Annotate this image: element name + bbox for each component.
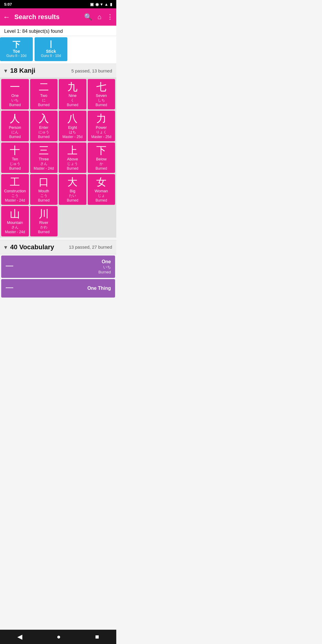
kanji-reading: く (71, 98, 74, 103)
kanji-status: Master - 25d (91, 135, 111, 139)
kanji-char: 人 (10, 113, 20, 124)
back-button[interactable]: ← (3, 13, 10, 21)
kanji-card[interactable]: 女 Woman じょ Burned (88, 174, 115, 205)
kanji-reading: こう (11, 193, 18, 198)
vocab-section-header[interactable]: ▾ 40 Vocabulary 13 passed, 27 burned (0, 240, 116, 254)
kanji-reading: さん (40, 161, 47, 166)
kanji-grid: 一 One いち Burned 二 Two に Burned 九 Nine く … (0, 78, 116, 238)
kanji-card[interactable]: 川 River かわ Burned (30, 206, 58, 236)
menu-icon[interactable]: ⋮ (107, 13, 113, 21)
kanji-reading: じょう (67, 161, 78, 166)
kanji-meaning: Below (96, 157, 106, 161)
level-banner: Level 1: 84 subject(s) found (0, 26, 116, 36)
battery-icon: ▮ (110, 2, 112, 7)
kanji-status: Burned (95, 166, 107, 171)
kanji-card[interactable]: 力 Power りょく Master - 25d (88, 111, 115, 141)
kanji-card[interactable]: 七 Seven しち Burned (88, 79, 115, 109)
kanji-reading: りょく (96, 130, 107, 135)
chips-row: 下 Toe Guru II - 10d 丨 Stick Guru II - 10… (0, 36, 116, 64)
kanji-char: 力 (96, 113, 106, 124)
vocab-item-left: 一 (5, 261, 98, 272)
kanji-meaning: Nine (69, 93, 77, 98)
kanji-card[interactable]: 山 Mountain さん Master - 24d (1, 206, 29, 236)
kanji-card[interactable]: 三 Three さん Master - 24d (30, 143, 58, 173)
sim-icon: ▣ (90, 2, 94, 7)
kanji-meaning: Ten (12, 157, 18, 161)
vocab-meaning: One Thing (87, 286, 111, 291)
kanji-reading: にん (11, 130, 18, 135)
kanji-meaning: Above (67, 157, 78, 161)
kanji-card[interactable]: 二 Two に Burned (30, 79, 58, 109)
kanji-status: Burned (67, 198, 78, 202)
vocab-reading: いち (98, 264, 111, 270)
kanji-card[interactable]: 一 One いち Burned (1, 79, 29, 109)
kanji-meaning: Construction (4, 189, 26, 193)
notification-icon: ◉ (95, 2, 99, 7)
vocab-status: Burned (98, 270, 111, 274)
app-bar: ← Search results 🔍 ⌂ ⋮ (0, 8, 116, 26)
vocab-chevron-icon[interactable]: ▾ (4, 244, 7, 251)
kanji-meaning: Mouth (38, 189, 49, 193)
chip-kanji-stick: 丨 (47, 41, 55, 48)
page-title: Search results (14, 13, 84, 21)
kanji-char: 口 (39, 177, 49, 188)
kanji-meaning: Eight (68, 125, 77, 130)
chip-toe[interactable]: 下 Toe Guru II - 10d (0, 37, 33, 61)
kanji-reading: たい (69, 193, 76, 198)
kanji-status: Burned (9, 135, 21, 139)
kanji-char: 九 (67, 81, 78, 92)
kanji-status: Burned (38, 103, 49, 107)
kanji-card[interactable]: 十 Ten じゅう Burned (1, 143, 29, 173)
vocab-list-item[interactable]: 一 One Thing (1, 279, 115, 298)
chip-level-stick: Guru II - 10d (41, 54, 61, 58)
kanji-card[interactable]: 大 Big たい Burned (59, 174, 86, 205)
kanji-section-header[interactable]: ▾ 18 Kanji 5 passed, 13 burned (0, 64, 116, 78)
kanji-reading: かわ (40, 225, 47, 230)
chip-stick[interactable]: 丨 Stick Guru II - 10d (35, 37, 67, 61)
vocab-section-stats: 13 passed, 27 burned (69, 244, 112, 250)
kanji-char: 下 (96, 145, 106, 156)
kanji-meaning: Person (9, 125, 21, 130)
vocab-item-left: 一 (5, 283, 87, 294)
kanji-meaning: Enter (39, 125, 48, 130)
vocab-list: 一 One いち Burned 一 One Thing (0, 256, 116, 298)
home-icon[interactable]: ⌂ (97, 13, 101, 21)
signal-icon: ▲ (104, 2, 108, 7)
wifi-icon: ▾ (100, 2, 103, 7)
vocab-list-item[interactable]: 一 One いち Burned (1, 256, 115, 278)
kanji-card[interactable]: 八 Eight はち Master - 25d (59, 111, 86, 141)
kanji-char: 川 (39, 208, 49, 219)
kanji-status: Burned (95, 198, 107, 202)
kanji-meaning: Big (70, 189, 75, 193)
kanji-card[interactable]: 口 Mouth こう Burned (30, 174, 58, 205)
vocab-kanji-char: 一 (5, 262, 14, 271)
chip-meaning-toe: Toe (13, 49, 20, 54)
kanji-card[interactable]: 人 Person にん Burned (1, 111, 29, 141)
kanji-meaning: River (39, 220, 48, 225)
kanji-char: 七 (96, 81, 106, 92)
kanji-status: Burned (38, 230, 49, 234)
vocab-item-right: One いち Burned (98, 259, 111, 274)
kanji-char: 上 (67, 145, 78, 156)
kanji-reading: はち (69, 130, 76, 135)
kanji-status: Master - 24d (5, 230, 25, 234)
kanji-reading: じょ (98, 193, 105, 198)
kanji-card[interactable]: 九 Nine く Burned (59, 79, 86, 109)
kanji-chevron-icon[interactable]: ▾ (4, 67, 7, 74)
vocab-section-title: 40 Vocabulary (10, 243, 66, 251)
kanji-card[interactable]: 上 Above じょう Burned (59, 143, 86, 173)
kanji-status: Burned (95, 103, 107, 107)
status-time: 5:07 (4, 2, 12, 7)
level-text: Level 1: 84 subject(s) found (4, 29, 63, 34)
chip-meaning-stick: Stick (46, 49, 56, 54)
kanji-reading: さん (11, 225, 18, 230)
kanji-card[interactable]: 入 Enter にゅう Burned (30, 111, 58, 141)
kanji-reading: に (42, 98, 46, 103)
kanji-card[interactable]: 下 Below か Burned (88, 143, 115, 173)
kanji-char: 大 (67, 177, 78, 188)
kanji-status: Burned (9, 166, 21, 171)
kanji-meaning: Seven (96, 93, 107, 98)
search-icon[interactable]: 🔍 (84, 13, 92, 21)
kanji-status: Master - 24d (5, 198, 25, 202)
kanji-card[interactable]: 工 Construction こう Master - 24d (1, 174, 29, 205)
